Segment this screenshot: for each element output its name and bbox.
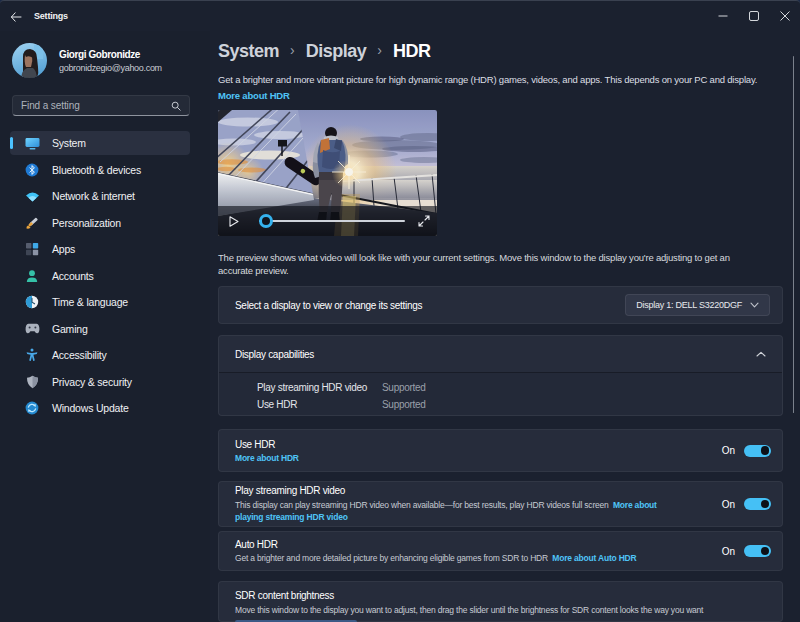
minimize-button[interactable] bbox=[707, 1, 738, 31]
toggle-knob bbox=[761, 500, 769, 508]
auto-hdr-text: Auto HDR Get a brighter and more detaile… bbox=[235, 539, 637, 564]
video-controls bbox=[218, 206, 437, 236]
profile-text: Giorgi Gobronidze gobronidzegio@yahoo.co… bbox=[59, 49, 162, 73]
sidebar-item-label: Windows Update bbox=[52, 402, 129, 414]
display-dropdown[interactable]: Display 1: DELL S3220DGF bbox=[625, 294, 770, 316]
titlebar: Settings bbox=[0, 1, 800, 31]
sdr-brightness-card: SDR content brightness Move this window … bbox=[218, 581, 783, 622]
sidebar-item-privacy-security[interactable]: Privacy & security bbox=[10, 370, 190, 394]
auto-hdr-toggle[interactable] bbox=[744, 545, 771, 557]
search-icon bbox=[171, 101, 181, 111]
gaming-icon bbox=[24, 321, 40, 337]
sidebar-item-apps[interactable]: Apps bbox=[10, 237, 190, 261]
sidebar-item-label: Time & language bbox=[52, 296, 128, 308]
sidebar-item-windows-update[interactable]: Windows Update bbox=[10, 396, 190, 420]
breadcrumb-separator: › bbox=[377, 42, 382, 58]
capability-row: Use HDR Supported bbox=[257, 396, 766, 413]
breadcrumb-display[interactable]: Display bbox=[306, 41, 367, 62]
chevron-up-icon[interactable] bbox=[756, 351, 766, 357]
profile[interactable]: Giorgi Gobronidze gobronidzegio@yahoo.co… bbox=[12, 43, 162, 78]
back-arrow-icon bbox=[10, 12, 22, 22]
close-button[interactable] bbox=[769, 1, 800, 31]
sidebar-item-label: Accounts bbox=[52, 270, 94, 282]
accounts-icon bbox=[24, 268, 40, 284]
toggle-group: On bbox=[722, 498, 771, 510]
capability-value: Supported bbox=[382, 399, 425, 410]
content-column: System › Display › HDR Get a brighter an… bbox=[218, 31, 783, 622]
sidebar-item-system[interactable]: System bbox=[10, 131, 190, 155]
fullscreen-icon[interactable] bbox=[418, 215, 430, 227]
sidebar-item-gaming[interactable]: Gaming bbox=[10, 317, 190, 341]
auto-hdr-desc: Get a brighter and more detailed picture… bbox=[235, 552, 637, 564]
select-display-card: Select a display to view or change its s… bbox=[218, 286, 783, 324]
sidebar-item-accessibility[interactable]: Accessibility bbox=[10, 343, 190, 367]
apps-icon bbox=[24, 241, 40, 257]
play-streaming-text: Play streaming HDR video This display ca… bbox=[235, 485, 722, 523]
sdr-brightness-desc: Move this window to the display you want… bbox=[235, 604, 766, 616]
sidebar-item-accounts[interactable]: Accounts bbox=[10, 264, 190, 288]
page-description: Get a brighter and more vibrant picture … bbox=[218, 73, 783, 86]
use-hdr-title: Use HDR bbox=[235, 439, 299, 450]
auto-hdr-more-link[interactable]: More about Auto HDR bbox=[552, 553, 636, 563]
play-streaming-title: Play streaming HDR video bbox=[235, 485, 722, 496]
video-seek-slider[interactable] bbox=[259, 214, 405, 228]
back-button[interactable] bbox=[4, 5, 28, 29]
sidebar-item-label: Personalization bbox=[52, 217, 121, 229]
auto-hdr-desc-text: Get a brighter and more detailed picture… bbox=[235, 553, 548, 563]
play-streaming-more-link[interactable]: More about bbox=[613, 500, 657, 510]
bluetooth-icon bbox=[24, 162, 40, 178]
video-seek-thumb[interactable] bbox=[259, 214, 273, 228]
chevron-down-icon bbox=[750, 302, 759, 308]
minimize-icon bbox=[718, 11, 728, 21]
sidebar-item-network-internet[interactable]: Network & internet bbox=[10, 184, 190, 208]
sidebar-item-bluetooth-devices[interactable]: Bluetooth & devices bbox=[10, 158, 190, 182]
scrollbar[interactable] bbox=[793, 56, 795, 413]
toggle-knob bbox=[761, 547, 769, 555]
breadcrumb-system[interactable]: System bbox=[218, 41, 279, 62]
profile-email: gobronidzegio@yahoo.com bbox=[59, 63, 162, 73]
settings-window: Settings bbox=[0, 0, 800, 622]
sidebar-item-label: Bluetooth & devices bbox=[52, 164, 141, 176]
maximize-button[interactable] bbox=[738, 1, 769, 31]
search-input[interactable] bbox=[21, 100, 171, 111]
more-about-hdr-link[interactable]: More about HDR bbox=[218, 90, 783, 101]
play-streaming-more-link2[interactable]: playing streaming HDR video bbox=[235, 512, 348, 522]
use-hdr-more-link[interactable]: More about HDR bbox=[235, 453, 299, 463]
auto-hdr-state: On bbox=[722, 546, 735, 557]
window-title: Settings bbox=[34, 1, 68, 31]
breadcrumb: System › Display › HDR bbox=[218, 39, 783, 63]
display-dropdown-value: Display 1: DELL S3220DGF bbox=[636, 300, 742, 310]
video-seek-track bbox=[259, 220, 405, 222]
sidebar-item-personalization[interactable]: Personalization bbox=[10, 211, 190, 235]
preview-note-line2: accurate preview. bbox=[218, 265, 289, 276]
play-streaming-toggle[interactable] bbox=[744, 498, 771, 510]
breadcrumb-separator: › bbox=[290, 42, 295, 58]
profile-name: Giorgi Gobronidze bbox=[59, 49, 162, 60]
use-hdr-toggle[interactable] bbox=[744, 445, 771, 457]
hdr-preview-video[interactable] bbox=[218, 110, 437, 236]
play-streaming-desc: This display can play streaming HDR vide… bbox=[235, 499, 722, 523]
network-icon bbox=[24, 188, 40, 204]
display-capabilities-header[interactable]: Display capabilities bbox=[219, 336, 782, 372]
play-icon[interactable] bbox=[227, 215, 240, 228]
preview-note: The preview shows what video will look l… bbox=[218, 251, 783, 277]
select-display-label: Select a display to view or change its s… bbox=[235, 300, 422, 311]
use-hdr-text: Use HDR More about HDR bbox=[235, 439, 299, 463]
auto-hdr-card: Auto HDR Get a brighter and more detaile… bbox=[218, 531, 783, 571]
use-hdr-card: Use HDR More about HDR On bbox=[218, 429, 783, 472]
breadcrumb-hdr: HDR bbox=[393, 41, 431, 62]
sidebar-item-label: Apps bbox=[52, 243, 75, 255]
capability-label: Play streaming HDR video bbox=[257, 382, 382, 393]
search-box[interactable] bbox=[12, 95, 190, 116]
sidebar-item-time-language[interactable]: Time & language bbox=[10, 290, 190, 314]
capability-value: Supported bbox=[382, 382, 425, 393]
use-hdr-state: On bbox=[722, 445, 735, 456]
display-capabilities-content: Play streaming HDR video Supported Use H… bbox=[219, 372, 782, 415]
avatar bbox=[12, 43, 47, 78]
time-language-icon bbox=[24, 294, 40, 310]
sidebar: Giorgi Gobronidze gobronidzegio@yahoo.co… bbox=[0, 31, 210, 622]
toggle-group: On bbox=[722, 545, 771, 557]
toggle-group: On bbox=[722, 445, 771, 457]
personalization-icon bbox=[24, 215, 40, 231]
caption-controls bbox=[707, 1, 800, 31]
